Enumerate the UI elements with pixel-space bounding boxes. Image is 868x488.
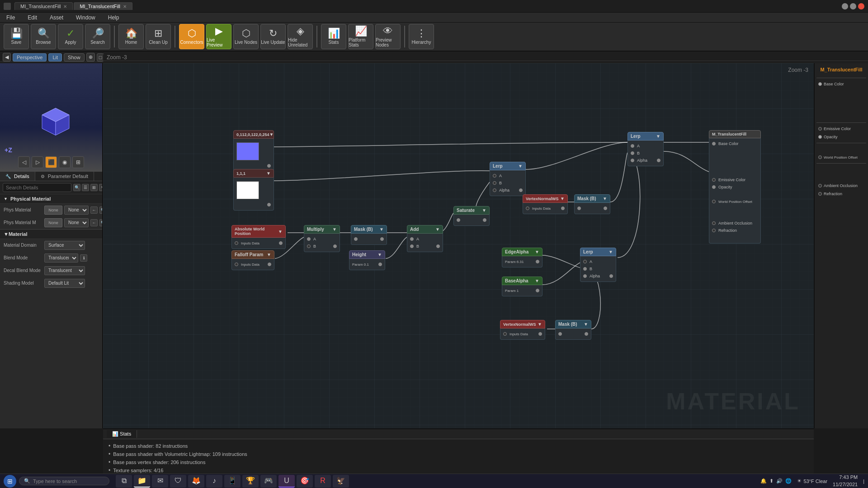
vp-btn-4[interactable]: ◉	[59, 156, 71, 168]
filter-btn[interactable]: ▼	[99, 184, 102, 191]
phys-material-m-search-btn[interactable]: 🔍	[99, 219, 102, 226]
material-domain-select[interactable]: Surface	[44, 241, 85, 250]
menu-file[interactable]: File	[4, 14, 18, 22]
phys-material-select[interactable]: None	[64, 206, 89, 215]
out-base-color-row: Base Color	[709, 140, 760, 147]
vp-btn-1[interactable]: ◁	[18, 156, 30, 168]
vp-prev-btn[interactable]: ◀	[3, 53, 11, 61]
blend-mode-select[interactable]: Translucent	[44, 253, 78, 263]
phys-material-search-btn[interactable]: 🔍	[99, 206, 102, 214]
menu-edit[interactable]: Edit	[25, 14, 40, 22]
hierarchy-button[interactable]: ⋮ Hierarchy	[409, 24, 434, 49]
height-node[interactable]: Height ▼ Param 0.1	[349, 250, 385, 270]
lerp-main-node[interactable]: Lerp ▼ A B Alpha	[627, 132, 664, 166]
liveupdate-button[interactable]: ↻ Live Update	[260, 24, 286, 49]
white-node[interactable]: 1,1,1 ▼	[233, 169, 274, 211]
show-btn[interactable]: Show	[64, 53, 85, 61]
hideunrelated-button[interactable]: ◈ Hide Unrelated	[288, 24, 313, 49]
material-section[interactable]: ▼ Material	[0, 229, 102, 239]
taskbar-app-game2[interactable]: 🎮	[260, 475, 277, 488]
show-desktop-btn[interactable]: |	[863, 479, 864, 484]
vertex-ws-2-node[interactable]: VertexNormalWS ▼ Inputs Data	[500, 320, 545, 340]
stats-tab[interactable]: 📊 Stats	[107, 430, 137, 438]
color-node[interactable]: 0,112,0,122,0,254 ▼	[233, 130, 274, 172]
tab-2[interactable]: MI_TranslucentFill ✕	[74, 2, 132, 10]
close-button[interactable]	[858, 3, 864, 9]
browse-button[interactable]: 🔍 Browse	[31, 24, 56, 49]
taskbar-app-explorer[interactable]: 📁	[134, 475, 150, 488]
vertex-ws-1-node[interactable]: VertexNormalWS ▼ Inputs Data	[523, 194, 568, 214]
phys-material-m-arrow-btn[interactable]: ←	[90, 219, 98, 226]
saturate-node[interactable]: Saturate ▼	[453, 206, 490, 226]
param-default-tab[interactable]: ⚙ Parameter Default	[35, 172, 94, 181]
start-button[interactable]: ⊞	[4, 475, 16, 488]
apply-button[interactable]: ✓ Apply	[58, 24, 83, 49]
menu-window[interactable]: Window	[73, 14, 98, 22]
stats-button[interactable]: 📊 Stats	[321, 24, 346, 49]
mask-b-2-node[interactable]: Mask (B) ▼	[351, 225, 387, 245]
taskbar-app-taskview[interactable]: ⧉	[116, 475, 132, 488]
cleanup-button[interactable]: ⊞ Clean Up	[146, 24, 171, 49]
save-button[interactable]: 💾 Save	[4, 24, 29, 49]
phys-material-swatch[interactable]: None	[44, 206, 62, 215]
minimize-button[interactable]	[842, 3, 848, 9]
base-alpha-node[interactable]: BaseAlpha ▼ Param 1	[502, 277, 542, 296]
taskbar-app-shield[interactable]: 🛡	[170, 475, 186, 488]
livepreview-button[interactable]: ▶ Live Preview	[206, 24, 231, 49]
home-button[interactable]: 🏠 Home	[118, 24, 144, 49]
shading-model-select[interactable]: Default Lit	[44, 279, 85, 288]
taskbar-app-eagle[interactable]: 🦅	[333, 475, 349, 488]
taskbar-app-firefox[interactable]: 🦊	[188, 475, 204, 488]
mask-b-1-node[interactable]: Mask (B) ▼	[574, 194, 610, 214]
node-canvas[interactable]: Zoom -3 MATERIAL	[103, 63, 814, 428]
height-label: Height	[352, 252, 366, 257]
taskbar-app-game1[interactable]: 🏆	[242, 475, 259, 488]
tab-1[interactable]: MI_TranslucentFill ✕	[14, 2, 73, 10]
add-node[interactable]: Add ▼ A B	[407, 225, 443, 252]
menu-help[interactable]: Help	[105, 14, 122, 22]
multiply-node[interactable]: Multiply ▼ A B	[304, 225, 340, 252]
tab-2-close[interactable]: ✕	[123, 4, 127, 9]
lerp-bottom-node[interactable]: Lerp ▼ A B Alpha	[580, 248, 616, 282]
livenodes-button[interactable]: ⬡ Live Nodes	[233, 24, 259, 49]
search-go-btn[interactable]: 🔍	[73, 184, 80, 191]
platformstats-button[interactable]: 📈 Platform Stats	[348, 24, 373, 49]
search-button[interactable]: 🔎 Search	[85, 24, 110, 49]
connectors-button[interactable]: ⬡ Connectors	[179, 24, 204, 49]
vp-btn-3[interactable]: ⬛	[45, 156, 57, 168]
blend-mode-info-btn[interactable]: ℹ	[80, 254, 87, 262]
details-tab[interactable]: 🔧 Details	[0, 172, 35, 181]
vp-btn-2[interactable]: ▷	[32, 156, 43, 168]
taskbar-app-unreal[interactable]: U	[278, 475, 295, 488]
taskbar-app-launcher[interactable]: 🎯	[297, 475, 313, 488]
crosshair-btn[interactable]: ⊕	[86, 53, 95, 61]
taskbar-search[interactable]: 🔍 Type here to search	[19, 477, 109, 485]
perspective-btn[interactable]: Perspective	[13, 53, 47, 61]
mask-b-3-node[interactable]: Mask (B) ▼	[555, 320, 591, 340]
taskbar-app-phone[interactable]: 📱	[224, 475, 241, 488]
menu-asset[interactable]: Asset	[47, 14, 66, 22]
absolute-world-node[interactable]: Absolute World Position ▼ Inputs Data	[231, 225, 286, 249]
edge-alpha-node[interactable]: EdgeAlpha ▼ Param 6.31	[502, 248, 542, 267]
phys-material-m-swatch[interactable]: None	[44, 218, 62, 227]
physical-material-section[interactable]: ▼ Physical Material	[0, 194, 102, 204]
tab-1-close[interactable]: ✕	[63, 4, 67, 9]
taskbar-app-red[interactable]: R	[315, 475, 331, 488]
vp-btn-5[interactable]: ⊞	[72, 156, 84, 168]
list-view-btn[interactable]: ☰	[82, 184, 89, 191]
lit-btn[interactable]: Lit	[48, 53, 62, 61]
phys-material-m-select[interactable]: None	[64, 218, 89, 227]
lerp-mid-node[interactable]: Lerp ▼ A B Alpha	[490, 162, 526, 196]
viewport[interactable]: +Z ◁ ▷ ⬛ ◉ ⊞	[0, 63, 102, 172]
material-output-node[interactable]: M_TranslucentFill Base Color Emissive Co…	[709, 130, 761, 244]
falloff-param-node[interactable]: Falloff Param ▼ Inputs Data	[231, 250, 274, 270]
decal-blend-select[interactable]: Translucent	[44, 266, 85, 275]
taskbar-app-mail[interactable]: ✉	[152, 475, 168, 488]
phys-material-arrow-btn[interactable]: ←	[90, 206, 98, 214]
maximize-button[interactable]	[850, 3, 856, 9]
details-search-input[interactable]	[3, 183, 71, 192]
taskbar-time: 7:43 PM 11/27/2021	[833, 474, 858, 488]
taskbar-app-music[interactable]: ♪	[206, 475, 222, 488]
previewnodes-button[interactable]: 👁 Preview Nodes	[375, 24, 401, 49]
grid-view-btn[interactable]: ⊞	[90, 184, 98, 191]
